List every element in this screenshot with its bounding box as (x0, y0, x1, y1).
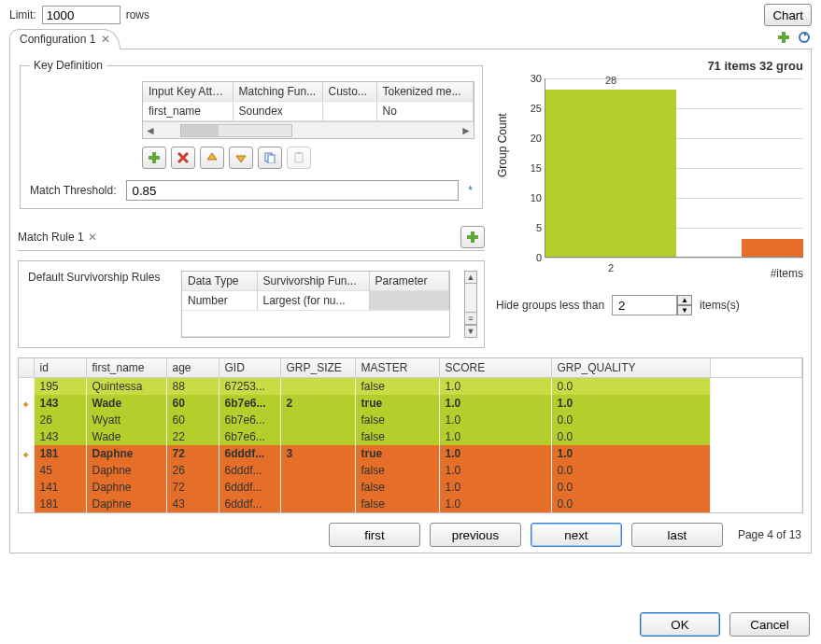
ok-button[interactable]: OK (640, 612, 720, 637)
pager-info: Page 4 of 13 (738, 528, 801, 541)
surv-cell-func: Largest (for nu... (257, 291, 369, 311)
kd-row[interactable]: first_name Soundex No (143, 102, 474, 121)
results-cell: 3 (280, 445, 355, 462)
kd-copy-button[interactable] (258, 147, 282, 169)
kd-col-input[interactable]: Input Key Attri... (143, 82, 233, 102)
results-cell: false (355, 462, 439, 479)
tab-label: Configuration 1 (20, 33, 95, 46)
results-cell: 43 (166, 496, 219, 512)
close-tab-icon[interactable]: ✕ (101, 33, 110, 46)
results-cell (280, 412, 355, 428)
results-cell: 1.0 (439, 445, 551, 462)
results-cell (280, 428, 355, 445)
kd-move-down-button[interactable] (229, 147, 253, 169)
key-definition-table[interactable]: Input Key Attri... Matching Fun... Custo… (142, 81, 474, 139)
tab-configuration-1[interactable]: Configuration 1 ✕ (9, 29, 120, 49)
results-col-id[interactable]: id (34, 358, 86, 378)
table-row[interactable]: 26Wyatt606b7e6...false1.00.0 (19, 412, 802, 428)
kd-add-button[interactable] (142, 147, 166, 169)
results-cell: 26 (166, 462, 219, 479)
config-tabstrip: Configuration 1 ✕ (9, 29, 812, 49)
chart-title: 71 items 32 grou (496, 59, 803, 75)
table-row[interactable]: 181Daphne436dddf...false1.00.0 (19, 496, 802, 512)
results-col-master[interactable]: MASTER (355, 358, 439, 378)
surv-cell-param (369, 291, 449, 311)
chart-bar-label: 28 (545, 75, 676, 86)
table-row[interactable]: 141Daphne726dddf...false1.00.0 (19, 479, 802, 496)
results-cell: false (355, 479, 439, 496)
chart-ytick: 20 (517, 133, 542, 144)
results-cell: 60 (166, 395, 219, 412)
results-col-age[interactable]: age (166, 358, 219, 378)
surv-row[interactable]: Number Largest (for nu... (182, 291, 449, 311)
results-cell: 6dddf... (219, 462, 280, 479)
results-cell (280, 378, 355, 396)
results-cell: false (355, 412, 439, 428)
results-cell: 22 (166, 428, 219, 445)
spin-down-icon[interactable]: ▼ (677, 305, 692, 315)
results-cell: Quintessa (86, 378, 166, 396)
match-threshold-input[interactable] (126, 180, 460, 201)
row-marker-icon (19, 412, 34, 428)
add-rule-button[interactable] (460, 226, 485, 248)
chart-ytick: 15 (517, 162, 542, 174)
kd-horizontal-scrollbar[interactable]: ◄ ► (143, 121, 474, 138)
refresh-config-icon[interactable] (797, 30, 812, 45)
results-col-grp_quality[interactable]: GRP_QUALITY (551, 358, 710, 378)
results-col-gid[interactable]: GID (219, 358, 280, 378)
add-config-icon[interactable] (776, 30, 791, 45)
chart-bar: 3 (742, 239, 803, 257)
pager-last-button[interactable]: last (631, 523, 723, 547)
results-cell: Wyatt (86, 412, 166, 428)
close-rule-icon[interactable]: ✕ (88, 231, 97, 244)
chart-ytick: 0 (517, 252, 542, 263)
results-col-first_name[interactable]: first_name (86, 358, 166, 378)
table-row[interactable]: ⬥143Wade606b7e6...2true1.01.0 (19, 395, 802, 412)
table-row[interactable]: 45Daphne266dddf...false1.00.0 (19, 462, 802, 479)
survivorship-table[interactable]: Data Type Survivorship Fun... Parameter … (181, 271, 450, 338)
surv-col-type[interactable]: Data Type (182, 272, 257, 291)
row-marker-icon: ⬥ (19, 445, 34, 462)
results-cell: 2 (280, 395, 355, 412)
results-cell: 181 (34, 445, 86, 462)
kd-delete-button[interactable] (171, 147, 195, 169)
surv-col-func[interactable]: Survivorship Fun... (257, 272, 369, 291)
results-cell: 1.0 (439, 395, 551, 412)
chart-y-axis-label: Group Count (496, 113, 509, 177)
chart-button[interactable]: Chart (764, 4, 812, 26)
cancel-button[interactable]: Cancel (729, 612, 810, 637)
limit-input[interactable] (42, 6, 120, 24)
kd-col-func[interactable]: Matching Fun... (233, 82, 322, 102)
results-table[interactable]: idfirst_nameageGIDGRP_SIZEMASTERSCOREGRP… (19, 358, 802, 512)
results-cell: 88 (166, 378, 219, 396)
survivorship-vertical-scrollbar[interactable]: ▲ ≡ ▼ (463, 271, 478, 338)
pager-previous-button[interactable]: previous (430, 523, 521, 547)
results-col-score[interactable]: SCORE (439, 358, 551, 378)
kd-col-token[interactable]: Tokenized me... (376, 82, 474, 102)
rows-label: rows (126, 8, 149, 21)
kd-move-up-button[interactable] (200, 147, 224, 169)
svg-rect-12 (467, 235, 478, 239)
results-cell (280, 496, 355, 512)
kd-paste-button (287, 147, 311, 169)
table-row[interactable]: 143Wade226b7e6...false1.00.0 (19, 428, 802, 445)
results-cell: false (355, 496, 439, 512)
results-cell: true (355, 445, 439, 462)
chart-ytick: 10 (517, 192, 542, 203)
results-cell: 6b7e6... (219, 395, 280, 412)
results-cell: 1.0 (439, 496, 551, 512)
chart-ytick: 30 (517, 75, 542, 84)
kd-col-custom[interactable]: Custo... (322, 82, 376, 102)
surv-col-param[interactable]: Parameter (369, 272, 449, 291)
results-cell: 1.0 (439, 428, 551, 445)
pager-next-button[interactable]: next (531, 523, 622, 547)
row-marker-icon: ⬥ (19, 395, 34, 412)
table-row[interactable]: ⬥181Daphne726dddf...3true1.01.0 (19, 445, 802, 462)
results-col-grp_size[interactable]: GRP_SIZE (280, 358, 355, 378)
pager-first-button[interactable]: first (329, 523, 420, 547)
hide-groups-input[interactable] (612, 295, 677, 315)
table-row[interactable]: 195Quintessa8867253...false1.00.0 (19, 378, 802, 396)
spin-up-icon[interactable]: ▲ (677, 295, 692, 305)
results-col-blank (710, 358, 802, 378)
chart-ytick: 5 (517, 222, 542, 233)
